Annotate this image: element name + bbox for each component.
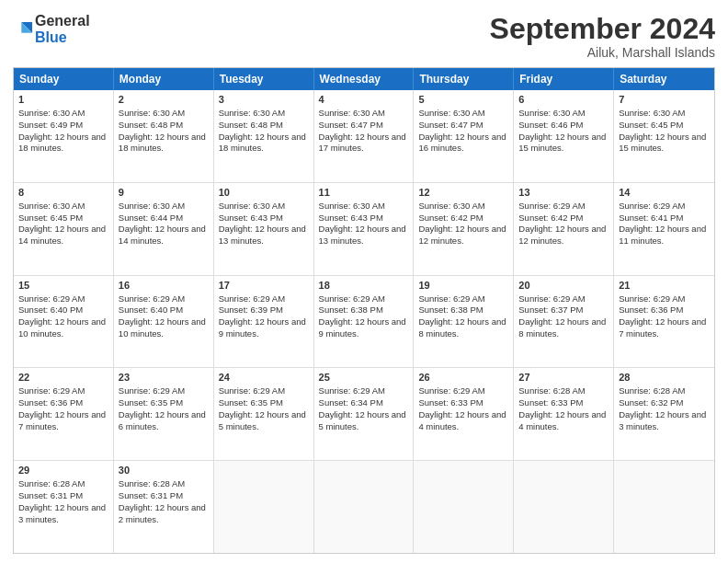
sunset: Sunset: 6:45 PM <box>18 213 83 223</box>
daylight: Daylight: 12 hours and 5 minutes. <box>319 409 406 431</box>
sunset: Sunset: 6:46 PM <box>518 120 583 130</box>
day-num: 25 <box>319 371 409 385</box>
cell-sep10: 10 Sunrise: 6:30 AM Sunset: 6:43 PM Dayl… <box>214 183 314 275</box>
day-num: 23 <box>119 371 209 385</box>
cal-row-4: 22 Sunrise: 6:29 AM Sunset: 6:36 PM Dayl… <box>14 368 714 461</box>
cell-sep26: 26 Sunrise: 6:29 AM Sunset: 6:33 PM Dayl… <box>414 368 514 460</box>
sunrise: Sunrise: 6:28 AM <box>619 385 685 396</box>
sunrise: Sunrise: 6:29 AM <box>119 293 185 304</box>
day-num: 15 <box>18 279 108 293</box>
day-num: 18 <box>319 279 409 293</box>
day-num: 24 <box>219 371 309 385</box>
cell-sep7: 7 Sunrise: 6:30 AM Sunset: 6:45 PM Dayli… <box>614 90 714 182</box>
day-num: 11 <box>319 186 409 200</box>
cell-empty-3 <box>414 461 514 553</box>
cell-sep21: 21 Sunrise: 6:29 AM Sunset: 6:36 PM Dayl… <box>614 276 714 368</box>
daylight: Daylight: 12 hours and 2 minutes. <box>119 502 206 524</box>
cell-sep22: 22 Sunrise: 6:29 AM Sunset: 6:36 PM Dayl… <box>14 368 114 460</box>
sunset: Sunset: 6:48 PM <box>119 120 183 130</box>
sunset: Sunset: 6:43 PM <box>219 213 283 223</box>
day-num: 19 <box>418 279 508 293</box>
day-num: 5 <box>418 93 508 107</box>
sunrise: Sunrise: 6:30 AM <box>18 108 85 118</box>
cell-empty-1 <box>214 461 314 553</box>
cell-empty-4 <box>514 461 614 553</box>
sunrise: Sunrise: 6:30 AM <box>119 108 185 118</box>
sunrise: Sunrise: 6:30 AM <box>219 108 285 118</box>
daylight: Daylight: 12 hours and 5 minutes. <box>219 409 306 431</box>
day-num: 4 <box>319 93 409 107</box>
sunrise: Sunrise: 6:29 AM <box>418 293 484 304</box>
calendar-header: Sunday Monday Tuesday Wednesday Thursday… <box>14 68 714 90</box>
sunrise: Sunrise: 6:30 AM <box>319 108 385 118</box>
sunrise: Sunrise: 6:29 AM <box>518 201 585 211</box>
daylight: Daylight: 12 hours and 15 minutes. <box>518 132 606 154</box>
logo-general: General <box>35 13 90 29</box>
title-block: September 2024 Ailuk, Marshall Islands <box>490 13 715 60</box>
calendar-page: General Blue September 2024 Ailuk, Marsh… <box>0 0 728 563</box>
daylight: Daylight: 12 hours and 18 minutes. <box>119 132 206 154</box>
day-num: 9 <box>119 186 209 200</box>
cell-sep15: 15 Sunrise: 6:29 AM Sunset: 6:40 PM Dayl… <box>14 276 114 368</box>
cell-sep5: 5 Sunrise: 6:30 AM Sunset: 6:47 PM Dayli… <box>414 90 514 182</box>
sunrise: Sunrise: 6:29 AM <box>219 293 285 304</box>
sunset: Sunset: 6:32 PM <box>619 397 683 408</box>
sunset: Sunset: 6:39 PM <box>219 304 283 315</box>
day-num: 29 <box>18 464 108 477</box>
cell-sep11: 11 Sunrise: 6:30 AM Sunset: 6:43 PM Dayl… <box>314 183 415 275</box>
day-num: 28 <box>619 371 710 385</box>
day-num: 27 <box>518 371 609 385</box>
daylight: Daylight: 12 hours and 18 minutes. <box>18 132 106 154</box>
sunrise: Sunrise: 6:30 AM <box>319 201 385 211</box>
location: Ailuk, Marshall Islands <box>490 45 715 60</box>
sunset: Sunset: 6:38 PM <box>418 304 483 315</box>
cell-sep2: 2 Sunrise: 6:30 AM Sunset: 6:48 PM Dayli… <box>114 90 214 182</box>
header-friday: Friday <box>514 68 614 90</box>
daylight: Daylight: 12 hours and 18 minutes. <box>219 132 306 154</box>
logo-icon <box>15 19 35 40</box>
cell-sep3: 3 Sunrise: 6:30 AM Sunset: 6:48 PM Dayli… <box>214 90 314 182</box>
daylight: Daylight: 12 hours and 7 minutes. <box>619 316 706 339</box>
cell-sep18: 18 Sunrise: 6:29 AM Sunset: 6:38 PM Dayl… <box>314 276 415 368</box>
day-num: 20 <box>518 279 609 293</box>
day-num: 14 <box>619 186 710 200</box>
day-num: 10 <box>219 186 309 200</box>
daylight: Daylight: 12 hours and 4 minutes. <box>418 409 506 431</box>
daylight: Daylight: 12 hours and 9 minutes. <box>319 316 406 339</box>
day-num: 2 <box>119 93 209 107</box>
cal-row-1: 1 Sunrise: 6:30 AM Sunset: 6:49 PM Dayli… <box>14 90 714 183</box>
daylight: Daylight: 12 hours and 13 minutes. <box>319 224 406 246</box>
sunset: Sunset: 6:40 PM <box>18 304 83 315</box>
day-num: 7 <box>619 93 710 107</box>
cell-sep13: 13 Sunrise: 6:29 AM Sunset: 6:42 PM Dayl… <box>514 183 614 275</box>
month-title: September 2024 <box>490 13 715 45</box>
daylight: Daylight: 12 hours and 12 minutes. <box>518 224 606 246</box>
header: General Blue September 2024 Ailuk, Marsh… <box>13 13 715 60</box>
header-wednesday: Wednesday <box>314 68 415 90</box>
daylight: Daylight: 12 hours and 11 minutes. <box>619 224 706 246</box>
cell-sep27: 27 Sunrise: 6:28 AM Sunset: 6:33 PM Dayl… <box>514 368 614 460</box>
day-num: 13 <box>518 186 609 200</box>
logo: General Blue <box>13 13 90 45</box>
sunset: Sunset: 6:47 PM <box>418 120 483 130</box>
cal-row-2: 8 Sunrise: 6:30 AM Sunset: 6:45 PM Dayli… <box>14 183 714 276</box>
cell-sep28: 28 Sunrise: 6:28 AM Sunset: 6:32 PM Dayl… <box>614 368 714 460</box>
sunset: Sunset: 6:31 PM <box>119 490 183 500</box>
sunrise: Sunrise: 6:29 AM <box>619 201 685 211</box>
sunset: Sunset: 6:40 PM <box>119 304 183 315</box>
sunrise: Sunrise: 6:29 AM <box>319 293 385 304</box>
daylight: Daylight: 12 hours and 6 minutes. <box>119 409 206 431</box>
daylight: Daylight: 12 hours and 14 minutes. <box>119 224 206 246</box>
sunrise: Sunrise: 6:29 AM <box>418 385 484 396</box>
sunset: Sunset: 6:44 PM <box>119 213 183 223</box>
cal-row-5: 29 Sunrise: 6:28 AM Sunset: 6:31 PM Dayl… <box>14 461 714 553</box>
sunrise: Sunrise: 6:30 AM <box>518 108 585 118</box>
sunrise: Sunrise: 6:29 AM <box>518 293 585 304</box>
cell-sep16: 16 Sunrise: 6:29 AM Sunset: 6:40 PM Dayl… <box>114 276 214 368</box>
sunrise: Sunrise: 6:30 AM <box>119 201 185 211</box>
sunrise: Sunrise: 6:29 AM <box>319 385 385 396</box>
cell-sep25: 25 Sunrise: 6:29 AM Sunset: 6:34 PM Dayl… <box>314 368 415 460</box>
cell-empty-2 <box>314 461 415 553</box>
sunset: Sunset: 6:38 PM <box>319 304 383 315</box>
sunrise: Sunrise: 6:29 AM <box>619 293 685 304</box>
